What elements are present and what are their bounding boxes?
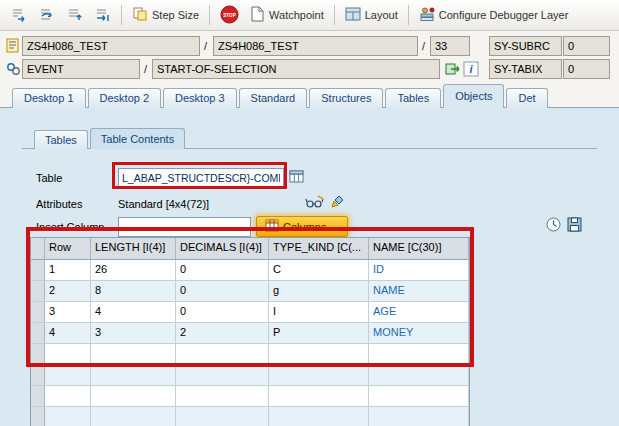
row-selector[interactable] xyxy=(31,407,45,426)
columns-button-label: Columns ... xyxy=(283,221,339,233)
sy-tabix-value-field[interactable]: 0 xyxy=(563,59,610,79)
grid-cell[interactable]: 1 xyxy=(45,260,91,281)
save-layout-icon[interactable] xyxy=(566,216,583,237)
insert-column-input[interactable] xyxy=(118,217,251,237)
grid-cell[interactable] xyxy=(45,386,91,407)
tab-desktop-2[interactable]: Desktop 2 xyxy=(88,88,162,108)
layout-button[interactable]: Layout xyxy=(340,3,403,27)
grid-cell[interactable]: 3 xyxy=(91,323,176,344)
tab-structures[interactable]: Structures xyxy=(309,88,383,108)
grid-cell[interactable]: C xyxy=(269,260,369,281)
table-name-input[interactable] xyxy=(118,168,284,188)
grid-cell[interactable]: 8 xyxy=(91,281,176,302)
grid-cell[interactable] xyxy=(45,407,91,426)
stop-button[interactable]: STOP xyxy=(215,2,244,29)
table-row-empty xyxy=(31,344,469,365)
row-selector[interactable] xyxy=(31,344,45,365)
grid-cell[interactable]: 3 xyxy=(45,302,91,323)
row-selector[interactable] xyxy=(31,386,45,407)
step-continue-icon xyxy=(94,6,111,25)
row-selector[interactable] xyxy=(31,323,45,344)
grid-cell[interactable] xyxy=(269,407,369,426)
clock-icon[interactable] xyxy=(545,216,562,237)
tab-standard[interactable]: Standard xyxy=(239,88,308,108)
grid-cell[interactable]: ID xyxy=(369,260,469,281)
grid-cell[interactable] xyxy=(269,386,369,407)
tab-objects[interactable]: Objects xyxy=(443,84,504,108)
grid-cell[interactable] xyxy=(369,386,469,407)
grid-cell[interactable]: 4 xyxy=(45,323,91,344)
sy-tabix-label-field: SY-TABIX xyxy=(489,59,562,79)
grid-cell[interactable] xyxy=(91,407,176,426)
goto-source-icon[interactable] xyxy=(445,61,461,81)
step-over-button[interactable] xyxy=(33,3,60,28)
grid-cell[interactable]: 0 xyxy=(176,302,269,323)
info-icon[interactable]: i xyxy=(463,61,479,81)
edit-icon[interactable] xyxy=(329,194,345,214)
columns-button[interactable]: Columns ... xyxy=(256,216,348,237)
grid-cell[interactable] xyxy=(91,386,176,407)
tab-table-contents[interactable]: Table Contents xyxy=(90,128,185,149)
tab-det[interactable]: Det xyxy=(506,88,547,108)
grid-cell[interactable]: 0 xyxy=(176,260,269,281)
step-size-button[interactable]: Step Size xyxy=(127,3,204,27)
grid-cell[interactable] xyxy=(91,344,176,365)
grid-cell[interactable]: I xyxy=(269,302,369,323)
configure-debugger-layer-button[interactable]: Configure Debugger Layer xyxy=(414,3,574,27)
grid-cell[interactable] xyxy=(369,344,469,365)
grid-cell[interactable] xyxy=(369,407,469,426)
grid-cell[interactable]: 26 xyxy=(91,260,176,281)
grid-column-header[interactable]: DECIMALS [I(4)] xyxy=(176,238,269,260)
program-field[interactable]: ZS4H086_TEST xyxy=(22,36,200,56)
step-return-button[interactable] xyxy=(61,3,88,28)
grid-cell[interactable] xyxy=(369,365,469,386)
grid-column-header[interactable]: NAME [C(30)] xyxy=(369,238,469,260)
grid-cell[interactable] xyxy=(269,344,369,365)
grid-cell[interactable]: P xyxy=(269,323,369,344)
toolbar-separator xyxy=(121,5,122,25)
grid-cell[interactable]: AGE xyxy=(369,302,469,323)
grid-cell[interactable] xyxy=(176,365,269,386)
step-continue-button[interactable] xyxy=(89,3,116,28)
event-name-field[interactable]: START-OF-SELECTION xyxy=(152,59,440,79)
row-selector[interactable] xyxy=(31,281,45,302)
grid-cell[interactable] xyxy=(269,365,369,386)
tab-desktop-3[interactable]: Desktop 3 xyxy=(163,88,237,108)
watchpoint-button[interactable]: Watchpoint xyxy=(245,3,329,27)
grid-cell[interactable]: 4 xyxy=(91,302,176,323)
include-field[interactable]: ZS4H086_TEST xyxy=(213,36,418,56)
separator-slash: / xyxy=(204,40,207,52)
event-type-field[interactable]: EVENT xyxy=(22,59,140,79)
step-into-icon xyxy=(10,6,27,25)
tab-desktop-1[interactable]: Desktop 1 xyxy=(12,88,86,108)
step-into-button[interactable] xyxy=(5,3,32,28)
sy-subrc-value-field[interactable]: 0 xyxy=(563,36,610,56)
tab-tables[interactable]: Tables xyxy=(34,130,88,149)
grid-cell[interactable]: 0 xyxy=(176,281,269,302)
grid-cell[interactable] xyxy=(176,407,269,426)
grid-cell[interactable] xyxy=(176,386,269,407)
grid-cell[interactable]: NAME xyxy=(369,281,469,302)
row-selector[interactable] xyxy=(31,260,45,281)
stop-icon: STOP xyxy=(220,5,239,26)
table-select-icon[interactable] xyxy=(289,169,305,189)
grid-column-header[interactable]: Row xyxy=(45,238,91,260)
grid-cell[interactable] xyxy=(176,344,269,365)
layout-label: Layout xyxy=(365,9,398,21)
grid-cell[interactable] xyxy=(45,365,91,386)
grid-column-header[interactable]: LENGTH [I(4)] xyxy=(91,238,176,260)
tab-tables[interactable]: Tables xyxy=(385,88,441,108)
grid-column-header[interactable]: TYPE_KIND [C(... xyxy=(269,238,369,260)
grid-cell[interactable]: 2 xyxy=(176,323,269,344)
grid-cell[interactable] xyxy=(45,344,91,365)
line-number-field[interactable]: 33 xyxy=(430,36,470,56)
grid-cell[interactable]: 2 xyxy=(45,281,91,302)
grid-cell[interactable]: MONEY xyxy=(369,323,469,344)
display-change-icon[interactable] xyxy=(305,194,325,214)
grid-cell[interactable] xyxy=(91,365,176,386)
table-row-empty xyxy=(31,386,469,407)
row-selector[interactable] xyxy=(31,302,45,323)
row-selector[interactable] xyxy=(31,365,45,386)
watchpoint-icon xyxy=(250,6,265,24)
grid-cell[interactable]: g xyxy=(269,281,369,302)
